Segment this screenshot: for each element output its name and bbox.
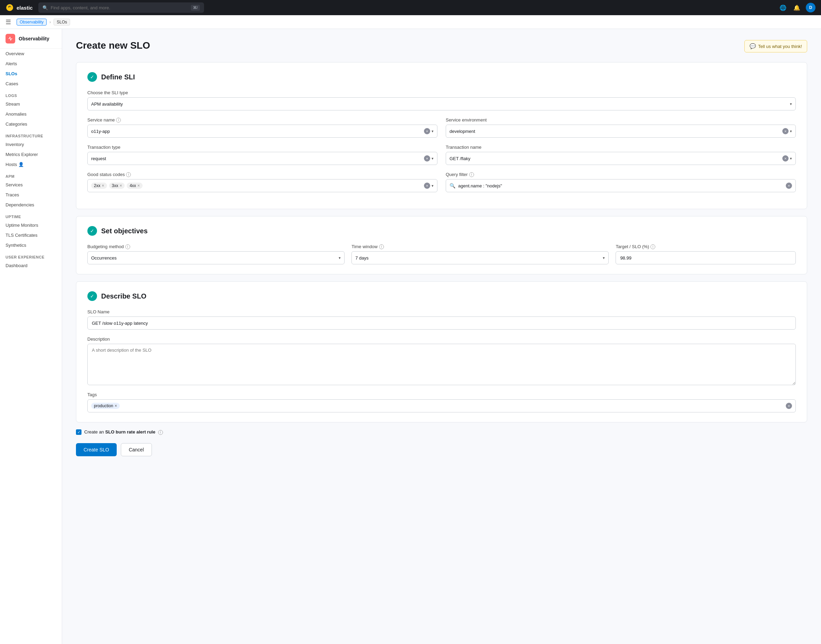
tag-production-remove[interactable]: × <box>115 403 117 408</box>
budgeting-method-info-icon[interactable]: i <box>125 244 130 249</box>
codes-chevron: ▾ <box>431 184 434 188</box>
description-textarea[interactable] <box>87 344 796 385</box>
sidebar-item-dependencies[interactable]: Dependencies <box>0 200 62 210</box>
slo-name-input[interactable]: GET /slow o11y-app latency <box>87 316 796 330</box>
tags-clear[interactable]: × <box>786 403 792 409</box>
query-filter-clear[interactable]: × <box>786 182 792 189</box>
sidebar-item-uptime-monitors[interactable]: Uptime Monitors <box>0 220 62 230</box>
search-bar[interactable]: 🔍 ⌘/ <box>38 2 204 13</box>
transaction-name-label: Transaction name <box>446 145 796 150</box>
avatar[interactable]: D <box>806 3 815 12</box>
topbar-actions: 🌐 🔔 D <box>778 3 815 12</box>
target-slo-input[interactable]: 98.99 <box>615 251 796 264</box>
service-name-label: Service name i <box>87 117 437 123</box>
query-filter-info-icon[interactable]: i <box>469 172 474 177</box>
globe-icon[interactable]: 🌐 <box>778 3 788 12</box>
search-shortcut: ⌘/ <box>191 5 200 11</box>
transaction-type-chevron: ▾ <box>431 156 434 161</box>
define-sli-section: ✓ Define SLI Choose the SLI type APM ava… <box>76 62 807 209</box>
topbar: elastic 🔍 ⌘/ 🌐 🔔 D <box>0 0 821 15</box>
query-filter-field[interactable]: 🔍 agent.name : "nodejs" × <box>446 179 796 192</box>
sidebar-group-infrastructure: Infrastructure <box>0 129 62 140</box>
breadcrumb-item-observability[interactable]: Observability <box>17 18 47 26</box>
time-window-select[interactable]: 7 days ▾ <box>351 251 609 264</box>
service-env-chevron: ▾ <box>790 129 792 133</box>
service-env-clear[interactable]: × <box>782 128 789 134</box>
define-sli-title: Define SLI <box>101 73 135 81</box>
hamburger-icon[interactable]: ☰ <box>6 18 11 26</box>
sidebar-item-cases[interactable]: Cases <box>0 79 62 89</box>
service-env-label: Service environment <box>446 117 796 123</box>
good-status-codes-field[interactable]: 2xx × 3xx × 4xx × × <box>87 179 437 192</box>
describe-slo-check: ✓ <box>87 291 97 301</box>
transaction-type-actions: × ▾ <box>424 155 434 161</box>
sidebar-item-inventory[interactable]: Inventory <box>0 140 62 149</box>
status-code-2xx-remove[interactable]: × <box>102 183 104 188</box>
transaction-type-select[interactable]: request × ▾ <box>87 152 437 165</box>
breadcrumb-slos[interactable]: SLOs <box>54 18 70 26</box>
sidebar-item-slos[interactable]: SLOs <box>0 69 62 79</box>
sidebar-item-stream[interactable]: Stream <box>0 99 62 109</box>
transaction-name-select[interactable]: GET /flaky × ▾ <box>446 152 796 165</box>
create-slo-button[interactable]: Create SLO <box>76 443 117 456</box>
slo-name-label: SLO Name <box>87 309 796 314</box>
feedback-button[interactable]: 💬 Tell us what you think! <box>744 40 807 52</box>
time-window-info-icon[interactable]: i <box>379 244 384 249</box>
layout: Observability Overview Alerts SLOs Cases… <box>0 29 821 644</box>
service-name-info-icon[interactable]: i <box>116 118 121 123</box>
sidebar-item-traces[interactable]: Traces <box>0 190 62 200</box>
budgeting-method-select[interactable]: Occurrences ▾ <box>87 251 345 264</box>
sidebar-item-overview[interactable]: Overview <box>0 49 62 59</box>
sli-type-select[interactable]: APM availability ▾ <box>87 97 796 110</box>
service-env-select[interactable]: development × ▾ <box>446 124 796 138</box>
sidebar-item-services[interactable]: Services <box>0 180 62 190</box>
burn-rate-info-icon[interactable]: i <box>158 430 163 435</box>
service-name-clear[interactable]: × <box>424 128 430 134</box>
transaction-type-clear[interactable]: × <box>424 155 430 161</box>
sli-type-value: APM availability <box>91 101 790 107</box>
sidebar-item-metrics-explorer[interactable]: Metrics Explorer <box>0 149 62 159</box>
status-code-2xx: 2xx × <box>91 182 107 189</box>
set-objectives-check: ✓ <box>87 226 97 236</box>
describe-slo-header: ✓ Describe SLO <box>87 291 796 301</box>
bell-icon[interactable]: 🔔 <box>792 3 802 12</box>
search-input[interactable] <box>51 5 188 10</box>
action-row: Create SLO Cancel <box>76 443 807 456</box>
sidebar-item-dashboard[interactable]: Dashboard <box>0 261 62 271</box>
service-env-value: development <box>450 129 782 134</box>
codes-clear[interactable]: × <box>424 182 430 189</box>
elastic-logo[interactable]: elastic <box>6 3 33 12</box>
sidebar-item-hosts[interactable]: Hosts 👤 <box>0 159 62 169</box>
tags-group: Tags production × × <box>87 392 796 412</box>
transaction-name-chevron: ▾ <box>790 156 792 161</box>
service-name-chevron: ▾ <box>431 129 434 133</box>
time-window-label: Time window i <box>351 244 609 249</box>
set-objectives-header: ✓ Set objectives <box>87 226 796 236</box>
burn-rate-row: ✓ Create an SLO burn rate alert rule i <box>76 429 807 435</box>
status-code-3xx-remove[interactable]: × <box>120 183 122 188</box>
budgeting-method-group: Budgeting method i Occurrences ▾ <box>87 244 345 264</box>
sidebar-item-synthetics[interactable]: Synthetics <box>0 240 62 250</box>
tags-field[interactable]: production × × <box>87 399 796 412</box>
cancel-button[interactable]: Cancel <box>121 443 152 456</box>
sidebar-item-anomalies[interactable]: Anomalies <box>0 109 62 119</box>
sidebar-item-tls-certificates[interactable]: TLS Certificates <box>0 230 62 240</box>
breadcrumb-observability[interactable]: Observability <box>17 18 47 26</box>
burn-rate-checkbox[interactable]: ✓ <box>76 429 81 435</box>
service-name-select[interactable]: o11y-app × ▾ <box>87 124 437 138</box>
breadcrumb-item-slos[interactable]: SLOs <box>54 18 70 26</box>
sidebar-item-alerts[interactable]: Alerts <box>0 59 62 69</box>
query-filter-value: agent.name : "nodejs" <box>458 183 783 189</box>
objectives-row: Budgeting method i Occurrences ▾ Time wi… <box>87 244 796 264</box>
transaction-type-group: Transaction type request × ▾ <box>87 145 437 165</box>
description-label: Description <box>87 336 796 342</box>
target-slo-info-icon[interactable]: i <box>651 244 655 249</box>
transaction-name-clear[interactable]: × <box>782 155 789 161</box>
status-code-4xx-remove[interactable]: × <box>137 183 140 188</box>
time-window-chevron: ▾ <box>603 256 605 260</box>
sidebar-item-categories[interactable]: Categories <box>0 119 62 129</box>
define-sli-check: ✓ <box>87 72 97 82</box>
good-status-info-icon[interactable]: i <box>126 172 131 177</box>
observability-icon <box>6 34 15 43</box>
transaction-type-label: Transaction type <box>87 145 437 150</box>
